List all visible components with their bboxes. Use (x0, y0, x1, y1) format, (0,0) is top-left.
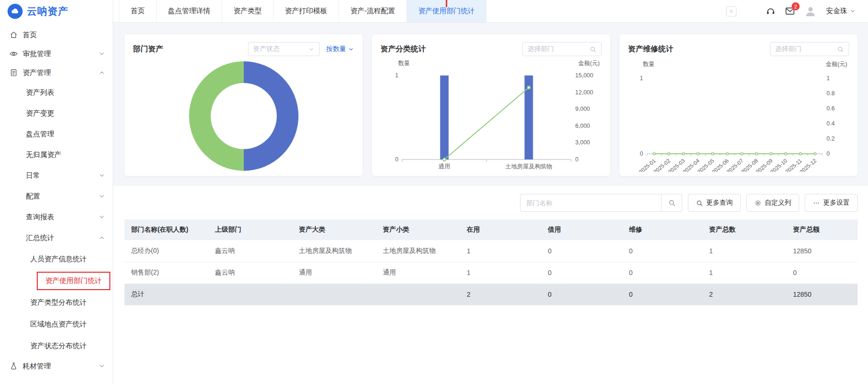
mode-toggle[interactable]: 按数量 (326, 45, 354, 53)
app-title: 云呐资产 (27, 5, 68, 18)
asset-status-select[interactable]: 资产状态 (248, 42, 320, 56)
sidebar-item-首页[interactable]: 首页 (0, 25, 113, 44)
sidebar-item-区域地点资产统计[interactable]: 区域地点资产统计 (0, 313, 113, 335)
sidebar-item-汇总统计[interactable]: 汇总统计 (0, 227, 113, 248)
sidebar-item-查询报表[interactable]: 查询报表 (0, 207, 113, 227)
sidebar-item-label: 无归属资产 (26, 150, 61, 159)
chevron-up-icon (99, 234, 105, 241)
table-row[interactable]: 总经办(0)鑫云呐土地房屋及构筑物土地房屋及构筑物100112850 (124, 240, 858, 262)
chevron-down-icon (99, 50, 105, 57)
user-avatar[interactable] (804, 5, 817, 17)
sidebar-item-资产管理[interactable]: 资产管理 (0, 63, 113, 82)
sidebar-item-日常[interactable]: 日常 (0, 165, 113, 186)
sidebar-item-资产类型分布统计[interactable]: 资产类型分布统计 (0, 292, 113, 313)
sidebar-item-label: 汇总统计 (26, 234, 54, 242)
category-chart: 数量金额(元)1015,00012,0009,0006,0003,0000通用土… (380, 57, 602, 172)
dept-filter-input[interactable]: 选择部门 (770, 42, 849, 56)
sidebar-item-无归属资产[interactable]: 无归属资产 (0, 144, 113, 165)
tab-资产类型[interactable]: 资产类型 (222, 0, 273, 22)
close-icon[interactable] (726, 6, 736, 17)
sidebar-item-label: 耗材管理 (23, 362, 51, 371)
dept-filter-placeholder: 选择部门 (775, 45, 802, 53)
tab-bar: 首页盘点管理详情资产类型资产打印模板资产-流程配置资产使用部门统计 (119, 0, 487, 22)
column-header: 资产大类 (292, 219, 376, 240)
toolbar-button-自定义列[interactable]: 自定义列 (746, 194, 799, 212)
tab-资产使用部门统计[interactable]: 资产使用部门统计 (407, 0, 487, 22)
chevron-down-icon (99, 214, 105, 220)
table-cell: 0 (622, 240, 703, 262)
table-toolbar: 更多查询自定义列更多设置 (124, 194, 858, 212)
table-cell: 2 (703, 284, 786, 305)
card-repair-stats: 资产维修统计 选择部门 数量金额(元)1010.80.60.40.202025-… (620, 34, 858, 176)
table-row[interactable]: 销售部(2)鑫云呐通用通用10010 (124, 262, 858, 284)
svg-text:15,000: 15,000 (575, 72, 593, 79)
tab-资产-流程配置[interactable]: 资产-流程配置 (339, 0, 407, 22)
svg-text:1: 1 (827, 75, 830, 82)
mail-badge: 2 (792, 2, 800, 10)
table-cell: 1 (703, 262, 786, 284)
sidebar-item-label: 首页 (23, 31, 37, 40)
table-cell: 鑫云呐 (208, 262, 292, 284)
column-header: 借用 (541, 219, 622, 240)
column-header: 在用 (460, 219, 541, 240)
toolbar-buttons: 更多查询自定义列更多设置 (688, 194, 858, 212)
sidebar-item-资产列表[interactable]: 资产列表 (0, 82, 113, 103)
svg-text:3,000: 3,000 (575, 139, 590, 146)
cloud-logo-icon (8, 4, 23, 19)
search-icon (589, 46, 596, 53)
sidebar-item-盘点管理[interactable]: 盘点管理 (0, 124, 113, 144)
search-button[interactable] (661, 194, 682, 212)
toolbar-button-更多查询[interactable]: 更多查询 (688, 194, 741, 212)
table-cell: 0 (622, 284, 703, 305)
topbar-right: 2 安金珠 (726, 0, 868, 22)
tab-首页[interactable]: 首页 (119, 0, 157, 22)
table-panel: 更多查询自定义列更多设置 部门名称(在职人数)上级部门资产大类资产小类在用借用维… (113, 186, 868, 384)
table-cell: 土地房屋及构筑物 (292, 240, 376, 262)
app-logo: 云呐资产 (0, 0, 113, 23)
table-cell: 鑫云呐 (208, 240, 292, 262)
sidebar-item-人员资产信息统计[interactable]: 人员资产信息统计 (0, 248, 113, 270)
button-label: 更多设置 (823, 199, 850, 207)
sidebar-item-耗材管理[interactable]: 耗材管理 (0, 357, 113, 376)
svg-text:金额(元): 金额(元) (578, 60, 600, 67)
table-cell: 总经办(0) (124, 240, 208, 262)
svg-text:数量: 数量 (398, 60, 410, 67)
sidebar-item-资产使用部门统计[interactable]: 资产使用部门统计 (0, 270, 113, 292)
column-header: 维修 (622, 219, 703, 240)
headset-icon[interactable] (766, 6, 776, 16)
tab-资产打印模板[interactable]: 资产打印模板 (273, 0, 339, 22)
svg-text:0.4: 0.4 (827, 120, 835, 127)
search-icon (696, 200, 703, 207)
table-body: 总经办(0)鑫云呐土地房屋及构筑物土地房屋及构筑物100112850销售部(2)… (124, 240, 858, 305)
main-area: 首页盘点管理详情资产类型资产打印模板资产-流程配置资产使用部门统计 2 安金珠 (113, 0, 868, 384)
dept-name-input[interactable] (520, 194, 661, 212)
sidebar-item-资产变更[interactable]: 资产变更 (0, 103, 113, 124)
dept-filter-placeholder: 选择部门 (528, 45, 554, 53)
svg-text:0: 0 (827, 150, 830, 157)
table-cell: 0 (541, 262, 622, 284)
chevron-up-icon (99, 69, 105, 76)
sidebar-item-label: 日常 (26, 171, 40, 180)
dept-filter-input[interactable]: 选择部门 (522, 42, 602, 56)
svg-text:0.2: 0.2 (827, 135, 835, 142)
table-cell: 土地房屋及构筑物 (376, 240, 460, 262)
sidebar-item-配置[interactable]: 配置 (0, 186, 113, 207)
card-category-stats: 资产分类统计 选择部门 数量金额(元)1015,00012,0009,0006,… (372, 34, 610, 176)
sidebar-item-资产状态分布统计[interactable]: 资产状态分布统计 (0, 335, 113, 357)
table-cell: 1 (460, 262, 541, 284)
user-menu[interactable]: 安金珠 (826, 7, 856, 16)
chevron-down-icon (99, 193, 105, 200)
svg-text:12,000: 12,000 (575, 89, 593, 96)
dots-icon (813, 200, 820, 207)
mail-icon[interactable]: 2 (785, 6, 795, 16)
sidebar-item-审批管理[interactable]: 审批管理 (0, 44, 113, 63)
asset-status-placeholder: 资产状态 (253, 45, 280, 53)
sidebar-item-label: 区域地点资产统计 (30, 320, 87, 329)
sidebar-item-label: 资产列表 (26, 88, 54, 97)
mode-toggle-label: 按数量 (326, 45, 346, 53)
tab-盘点管理详情[interactable]: 盘点管理详情 (157, 0, 222, 22)
department-stats-table: 部门名称(在职人数)上级部门资产大类资产小类在用借用维修资产总数资产总额 总经办… (124, 219, 858, 305)
repair-chart: 数量金额(元)1010.80.60.40.202025-012025-02202… (628, 57, 849, 172)
toolbar-button-更多设置[interactable]: 更多设置 (805, 194, 858, 212)
table-cell (208, 284, 292, 305)
